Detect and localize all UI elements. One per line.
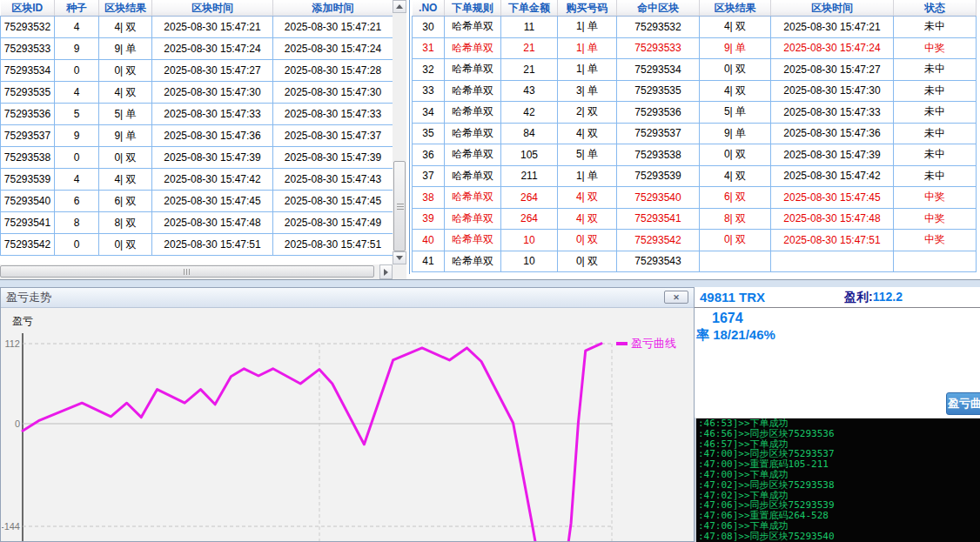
cell: 5| 单: [558, 144, 617, 166]
cell: 264: [501, 187, 558, 209]
cell: 1| 单: [558, 17, 617, 38]
table-row[interactable]: 34哈希单双422| 双752935365| 单2025-08-30 15:47…: [413, 102, 977, 124]
cell: 未中: [894, 59, 977, 81]
panel-divider: [409, 0, 410, 274]
cell: 2025-08-30 15:47:36: [152, 125, 273, 147]
cell: 1| 单: [558, 165, 617, 187]
table-row[interactable]: 38哈希单双2644| 双752935406| 双2025-08-30 15:4…: [413, 187, 977, 209]
cell: 9| 单: [99, 125, 152, 147]
column-header[interactable]: 下单规则: [445, 0, 501, 17]
table-row[interactable]: 7529353655| 单2025-08-30 15:47:332025-08-…: [1, 104, 393, 125]
horizontal-scrollbar[interactable]: [0, 264, 393, 279]
table-row[interactable]: 33哈希单双433| 单752935354| 双2025-08-30 15:47…: [413, 80, 977, 102]
cell: 2025-08-30 15:47:37: [273, 125, 393, 147]
cell: 2025-08-30 15:47:39: [771, 144, 894, 166]
table-row[interactable]: 7529353399| 单2025-08-30 15:47:242025-08-…: [1, 38, 393, 60]
table-row[interactable]: 40哈希单双100| 双752935420| 双2025-08-30 15:47…: [413, 230, 977, 251]
cell: 2025-08-30 15:47:27: [771, 59, 894, 81]
cell: 0| 双: [700, 230, 771, 251]
cell: 0| 双: [558, 251, 617, 272]
cell: 2025-08-30 15:47:28: [273, 60, 393, 82]
cell: 211: [501, 165, 558, 187]
cell: 2025-08-30 15:47:24: [273, 38, 393, 60]
horizontal-scroll-thumb[interactable]: [0, 265, 374, 278]
column-header[interactable]: .NO: [413, 0, 445, 17]
chart-window-titlebar[interactable]: 盈亏走势 ✕: [1, 288, 694, 308]
table-row[interactable]: 35哈希单双844| 双752935379| 单2025-08-30 15:47…: [413, 123, 977, 144]
table-row[interactable]: 30哈希单双111| 单752935324| 双2025-08-30 15:47…: [413, 17, 977, 38]
legend-line-icon: [616, 342, 628, 345]
cell: 2| 双: [558, 102, 617, 124]
cell: 哈希单双: [445, 17, 501, 38]
cell: 2025-08-30 15:47:30: [152, 82, 273, 104]
cell: 21: [501, 37, 558, 59]
cell: 264: [501, 208, 558, 230]
cell: 4| 双: [700, 165, 771, 187]
scroll-right-button[interactable]: [379, 264, 393, 279]
cell: 哈希单双: [445, 123, 501, 144]
cell: 21: [501, 59, 558, 81]
console-line: :47:02]>>同步区块75293538: [696, 480, 980, 491]
cell: 84: [501, 123, 558, 144]
table-row[interactable]: 7529353244| 双2025-08-30 15:47:212025-08-…: [1, 17, 393, 38]
column-header[interactable]: 种子: [55, 0, 99, 17]
vertical-scroll-thumb[interactable]: [393, 161, 406, 251]
cell: 2025-08-30 15:47:39: [273, 147, 393, 169]
cell: 2025-08-30 15:47:21: [771, 17, 894, 38]
cell: 中奖: [894, 230, 977, 251]
cell: 40: [413, 230, 445, 251]
table-row[interactable]: 7529353944| 双2025-08-30 15:47:422025-08-…: [1, 169, 393, 191]
table-row[interactable]: 7529353799| 单2025-08-30 15:47:362025-08-…: [1, 125, 393, 147]
table-row[interactable]: 7529354066| 双2025-08-30 15:47:452025-08-…: [1, 191, 393, 212]
column-header[interactable]: 区块时间: [771, 0, 894, 17]
column-header[interactable]: 区块结果: [99, 0, 152, 17]
column-header[interactable]: 命中区块: [617, 0, 700, 17]
column-header[interactable]: 状态: [894, 0, 977, 17]
table-row[interactable]: 31哈希单双211| 单752935339| 单2025-08-30 15:47…: [413, 37, 977, 59]
scroll-up-button[interactable]: [393, 0, 406, 13]
cell: 2025-08-30 15:47:49: [273, 212, 393, 234]
console-line: :47:00]>>下单成功: [696, 470, 980, 480]
table-row[interactable]: 37哈希单双2111| 单752935394| 双2025-08-30 15:4…: [413, 165, 977, 187]
cell: 75293542: [1, 234, 55, 256]
stat-count: 1674: [712, 311, 743, 326]
table-row[interactable]: 7529353544| 双2025-08-30 15:47:302025-08-…: [1, 82, 393, 104]
column-header[interactable]: 下单金额: [501, 0, 558, 17]
table-row[interactable]: 36哈希单双1055| 单752935380| 双2025-08-30 15:4…: [413, 144, 977, 166]
right-arrow-icon: [384, 269, 388, 276]
balance-value: 49811 TRX: [700, 290, 765, 304]
log-console[interactable]: :46:53]>>下单成功:46:56]>>同步区块75293536:46:57…: [695, 418, 980, 542]
vertical-scrollbar[interactable]: [393, 0, 406, 264]
cell: 哈希单双: [445, 80, 501, 102]
cell: [771, 251, 894, 272]
cell: 75293534: [617, 59, 700, 81]
table-row[interactable]: 39哈希单双2644| 双752935418| 双2025-08-30 15:4…: [413, 208, 977, 230]
cell: 4| 双: [558, 187, 617, 209]
table-row[interactable]: 32哈希单双211| 单752935340| 双2025-08-30 15:47…: [413, 59, 977, 81]
close-window-button[interactable]: ✕: [664, 291, 688, 304]
column-header[interactable]: 添加时间: [273, 0, 393, 17]
column-header[interactable]: 购买号码: [558, 0, 617, 17]
column-header[interactable]: 区块结果: [700, 0, 771, 17]
cell: 2025-08-30 15:47:48: [152, 212, 273, 234]
table-row[interactable]: 41哈希单双100| 双75293543: [413, 251, 977, 272]
cell: 2025-08-30 15:47:33: [152, 104, 273, 125]
scroll-down-button[interactable]: [393, 251, 406, 264]
cell: 75293542: [617, 230, 700, 251]
cell: 75293535: [1, 82, 55, 104]
column-header[interactable]: 区块ID: [1, 0, 55, 17]
table-row[interactable]: 7529353800| 双2025-08-30 15:47:392025-08-…: [1, 147, 393, 169]
table-row[interactable]: 7529354200| 双2025-08-30 15:47:512025-08-…: [1, 234, 393, 256]
cell: 2025-08-30 15:47:21: [152, 17, 273, 38]
cell: 2025-08-30 15:47:45: [152, 191, 273, 212]
block-history-header: 区块ID种子区块结果区块时间添加时间: [1, 0, 393, 17]
profit-curve-button[interactable]: 盈亏曲线: [946, 392, 980, 415]
account-stats-panel: 49811 TRX 盈利:112.2 1674 率 18/21/46% 盈亏曲线: [695, 287, 980, 418]
up-arrow-icon: [396, 4, 403, 9]
column-header[interactable]: 区块时间: [152, 0, 273, 17]
cell: 39: [413, 208, 445, 230]
close-icon: ✕: [673, 293, 680, 302]
table-row[interactable]: 7529354188| 双2025-08-30 15:47:482025-08-…: [1, 212, 393, 234]
cell: 6| 双: [99, 191, 152, 212]
table-row[interactable]: 7529353400| 双2025-08-30 15:47:272025-08-…: [1, 60, 393, 82]
